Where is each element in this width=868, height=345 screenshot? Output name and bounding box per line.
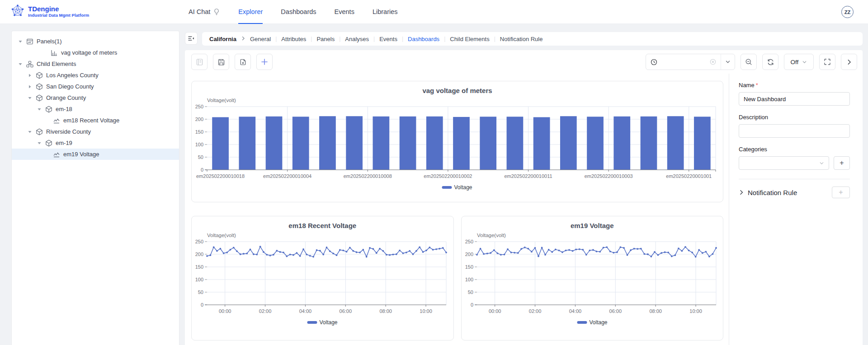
chart-card-vag-voltage[interactable]: vag voltage of meters Voltage(volt)05010…: [191, 81, 723, 202]
auto-refresh-select[interactable]: Off: [784, 54, 814, 70]
tree-node-vag-voltage-of-meters[interactable]: vag voltage of meters: [12, 47, 179, 58]
nav-item-explorer[interactable]: Explorer: [238, 0, 263, 24]
zoom-out-button[interactable]: [741, 54, 757, 70]
svg-text:0: 0: [201, 167, 203, 172]
tree-node-em19-voltage[interactable]: em19 Voltage: [12, 149, 179, 160]
categories-select[interactable]: [739, 156, 829, 170]
svg-text:02:00: 02:00: [528, 308, 541, 314]
separator: |: [311, 36, 312, 42]
auto-refresh-value: Off: [791, 59, 799, 65]
breadcrumb-tab-general[interactable]: General: [250, 36, 271, 42]
nav-item-ai-chat[interactable]: AI Chat: [189, 0, 220, 24]
tree-node-panels-1-[interactable]: Panels(1): [12, 36, 179, 47]
collapse-sidebar-button[interactable]: [185, 32, 198, 45]
tree-node-em-18[interactable]: em-18: [12, 103, 179, 115]
legend[interactable]: Voltage: [442, 184, 472, 191]
tree-node-riverside-county[interactable]: Riverside County: [12, 126, 179, 137]
nav-item-dashboards[interactable]: Dashboards: [281, 0, 316, 24]
nav-item-label: Explorer: [238, 8, 263, 15]
caret-down-icon[interactable]: [27, 129, 33, 135]
breadcrumb-tab-child-elements[interactable]: Child Elements: [450, 36, 489, 42]
nav-item-events[interactable]: Events: [335, 0, 354, 24]
fullscreen-button[interactable]: [819, 54, 835, 70]
collapse-sidebar-icon: [188, 35, 195, 42]
chevron-right-icon[interactable]: [739, 190, 744, 195]
tree-node-san-diego-county[interactable]: San Diego County: [12, 81, 179, 92]
clock-icon: [651, 59, 657, 65]
breadcrumb-tab-analyses[interactable]: Analyses: [345, 36, 369, 42]
legend[interactable]: Voltage: [577, 319, 607, 326]
add-panel-button[interactable]: [256, 54, 273, 70]
y-axis-title: Voltage(volt): [207, 233, 236, 238]
breadcrumb-root[interactable]: California: [209, 36, 236, 42]
add-category-button[interactable]: +: [834, 156, 850, 170]
nav-item-libraries[interactable]: Libraries: [373, 0, 398, 24]
dashboard-panel: Off vag voltage of meters: [185, 50, 863, 345]
breadcrumb-tab-attributes[interactable]: Attributes: [281, 36, 306, 42]
cube-icon: [35, 83, 43, 90]
svg-text:Voltage: Voltage: [454, 184, 472, 191]
name-field[interactable]: [739, 92, 850, 106]
notification-rule-label: Notification Rule: [748, 189, 828, 196]
add-notification-rule-button[interactable]: +: [832, 186, 850, 198]
svg-text:em20250220001001: em20250220001001: [666, 173, 712, 179]
time-range-dropdown-toggle[interactable]: [721, 54, 735, 70]
refresh-icon: [767, 58, 774, 66]
chart-card-em18[interactable]: em18 Recent Voltage Voltage(volt)0501001…: [191, 216, 454, 340]
caret-down-icon[interactable]: [36, 106, 42, 112]
chart-card-em19[interactable]: em19 Voltage Voltage(volt)05010015020025…: [461, 216, 724, 340]
separator: |: [373, 36, 375, 42]
svg-text:04:00: 04:00: [299, 308, 312, 314]
tree-node-orange-county[interactable]: Orange County: [12, 92, 179, 103]
time-range-input[interactable]: [661, 59, 706, 65]
separator: |: [444, 36, 445, 42]
tree-node-em18-recent-voltage[interactable]: em18 Recent Voltage: [12, 115, 179, 126]
description-label: Description: [739, 114, 850, 121]
caret-right-icon[interactable]: [27, 84, 33, 90]
svg-text:02:00: 02:00: [259, 308, 272, 314]
avatar[interactable]: ZZ: [841, 6, 854, 18]
svg-text:em202502200010003: em202502200010003: [585, 173, 633, 179]
tree-node-los-angeles-county[interactable]: Los Angeles County: [12, 70, 179, 81]
description-field[interactable]: [739, 124, 850, 138]
clear-time-icon[interactable]: [710, 59, 716, 65]
caret-down-icon[interactable]: [17, 38, 24, 45]
categories-label: Categories: [739, 146, 850, 153]
cube-icon: [35, 128, 43, 135]
separator: |: [494, 36, 495, 42]
breadcrumb-tab-events[interactable]: Events: [379, 36, 397, 42]
caret-down-icon[interactable]: [36, 140, 42, 146]
panel-list-icon: [196, 58, 203, 66]
tree-node-em-19[interactable]: em-19: [12, 137, 179, 149]
line-chart-plot: Voltage(volt)05010015020025000:0002:0004…: [464, 233, 721, 334]
plus-icon: +: [840, 159, 844, 167]
tree-node-child-elements[interactable]: Child Elements: [12, 58, 179, 70]
svg-text:200: 200: [465, 252, 473, 257]
bulb-icon: [213, 8, 220, 15]
refresh-button[interactable]: [762, 54, 778, 70]
cube-icon: [45, 139, 52, 147]
panel-list-button[interactable]: [191, 54, 208, 70]
plus-icon: +: [839, 188, 843, 196]
legend[interactable]: Voltage: [307, 319, 338, 326]
svg-text:00:00: 00:00: [219, 308, 231, 314]
time-range-input-wrap[interactable]: [646, 54, 721, 70]
svg-text:100: 100: [195, 142, 203, 147]
caret-right-icon[interactable]: [27, 72, 33, 79]
clear-page-button[interactable]: [235, 54, 251, 70]
brand-logo[interactable]: TDengine Industrial Data Mgmt Platform: [11, 4, 89, 19]
cube-icon: [35, 94, 43, 102]
breadcrumb-tab-panels[interactable]: Panels: [316, 36, 335, 42]
caret-down-icon[interactable]: [27, 95, 33, 101]
chart-title: em19 Voltage: [464, 222, 721, 232]
breadcrumb-tab-notification-rule[interactable]: Notification Rule: [500, 36, 543, 42]
brand-subtitle: Industrial Data Mgmt Platform: [28, 13, 89, 18]
collapse-inspector-button[interactable]: [841, 54, 857, 70]
caret-down-icon[interactable]: [17, 61, 24, 67]
breadcrumb-tab-dashboards[interactable]: Dashboards: [408, 36, 439, 42]
svg-text:200: 200: [195, 252, 203, 257]
page-body: Panels(1)vag voltage of metersChild Elem…: [0, 24, 868, 345]
svg-text:150: 150: [195, 129, 203, 135]
save-button[interactable]: [213, 54, 229, 70]
nav-item-label: Events: [335, 8, 354, 15]
